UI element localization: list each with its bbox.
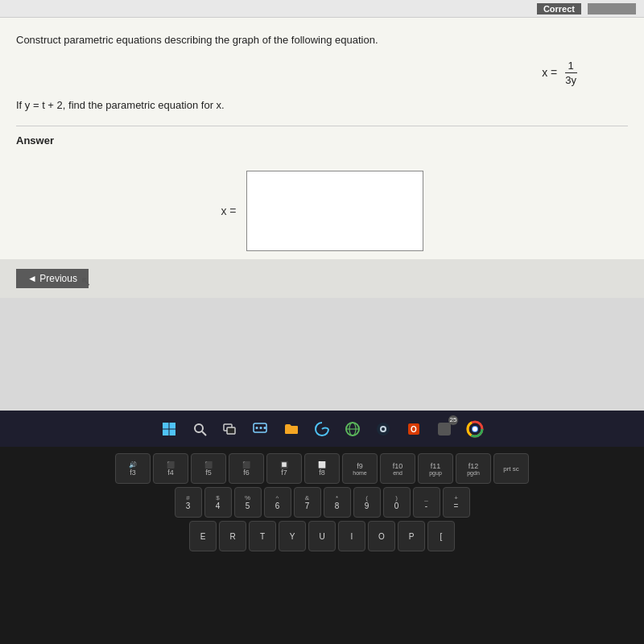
edge-icon[interactable] [312,419,332,440]
fraction: 1 3y [562,60,580,86]
key-prtsc[interactable]: prt sc [493,453,529,484]
key-minus[interactable]: _ - [413,487,440,518]
fraction-denominator: 3y [562,73,580,86]
qwerty-row: E R T Y U I O P [ [189,521,455,551]
answer-row: x = [16,171,628,251]
key-f12[interactable]: f12 pgdn [456,453,491,484]
key-f3[interactable]: 🔊 f3 [115,453,151,484]
content-area: Construct parametric equations describin… [0,18,644,259]
nav-bar: ◄ Previous [0,259,644,298]
key-9[interactable]: ( 9 [353,487,381,518]
screen: Correct Construct parametric equations d… [0,0,644,411]
taskbar: O 25 [0,411,644,447]
svg-rect-1 [170,423,176,429]
key-f8[interactable]: ⬜ f8 [304,453,340,484]
steam-icon[interactable] [373,419,394,440]
key-t[interactable]: T [249,521,276,551]
divider [16,126,628,126]
key-r[interactable]: R [219,521,246,551]
top-bar: Correct [0,0,644,18]
key-f6[interactable]: ⬛ f6 [229,453,264,484]
svg-line-5 [202,431,206,436]
svg-point-17 [382,427,385,431]
notification-badge: 25 [448,415,458,425]
svg-point-11 [264,427,266,429]
key-p[interactable]: P [398,521,425,551]
key-f9[interactable]: f9 home [342,453,378,484]
svg-point-9 [256,427,258,429]
svg-rect-2 [163,429,169,436]
answer-x-equals: x = [221,204,236,217]
key-e[interactable]: E [189,521,217,551]
key-y[interactable]: Y [279,521,306,551]
notification-icon[interactable]: 25 [434,419,455,440]
key-f4[interactable]: ⬛ f4 [153,453,188,484]
windows-icon[interactable] [159,419,180,440]
svg-point-10 [260,427,262,429]
key-6[interactable]: ^ 6 [264,487,291,518]
key-f7[interactable]: 🔲 f7 [266,453,302,484]
key-f11[interactable]: f11 pgup [418,453,453,484]
svg-rect-20 [438,423,451,436]
key-i[interactable]: I [338,521,365,551]
equation-lhs: x = [542,66,557,79]
chrome-icon[interactable] [464,419,485,440]
key-3[interactable]: # 3 [175,487,202,518]
svg-rect-0 [163,423,169,429]
key-0[interactable]: ) 0 [383,487,411,518]
svg-text:O: O [411,425,417,434]
cursor: ↖ [80,274,91,289]
svg-rect-7 [227,427,235,434]
taskview-icon[interactable] [220,419,241,440]
folder-icon[interactable] [281,419,302,440]
search-icon[interactable] [189,419,210,440]
key-7[interactable]: & 7 [294,487,321,518]
fraction-numerator: 1 [565,60,577,73]
correct-badge: Correct [537,3,581,14]
keyboard-area: 🔊 f3 ⬛ f4 ⬛ f5 ⬛ f6 🔲 f7 ⬜ f8 f9 home f1… [0,447,644,644]
key-equals[interactable]: + = [443,487,470,518]
chat-icon[interactable] [250,419,271,440]
key-f5[interactable]: ⬛ f5 [191,453,226,484]
key-u[interactable]: U [308,521,336,551]
svg-rect-3 [170,429,176,436]
key-8[interactable]: * 8 [324,487,351,518]
svg-point-25 [473,427,477,431]
main-equation: x = 1 3y [16,60,628,86]
key-bracket-open[interactable]: [ [427,521,455,551]
key-o[interactable]: O [368,521,395,551]
answer-input-box[interactable] [246,171,423,251]
number-row: # 3 $ 4 % 5 ^ 6 & 7 * 8 ( 9 ) 0 [175,487,470,518]
sub-question: If y = t + 2, find the parametric equati… [16,97,628,114]
previous-button[interactable]: ◄ Previous [16,269,89,288]
key-5[interactable]: % 5 [234,487,262,518]
office-icon[interactable]: O [403,419,424,440]
question-instruction: Construct parametric equations describin… [16,32,628,48]
globe-icon[interactable] [342,419,363,440]
answer-label: Answer [16,134,628,147]
key-4[interactable]: $ 4 [204,487,232,518]
svg-point-4 [195,424,203,432]
key-f10[interactable]: f10 end [380,453,415,484]
fn-key-row: 🔊 f3 ⬛ f4 ⬛ f5 ⬛ f6 🔲 f7 ⬜ f8 f9 home f1… [115,453,529,484]
